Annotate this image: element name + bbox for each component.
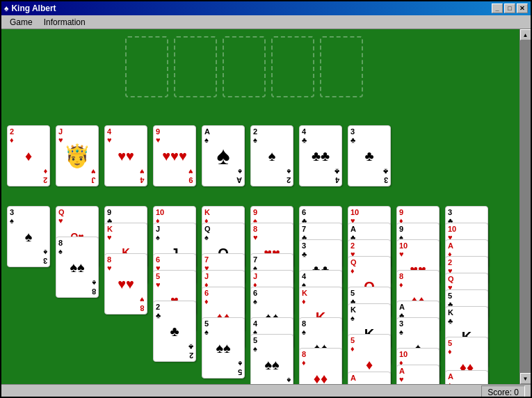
- card-5s-c6[interactable]: 5♠ ♠♠ 5♠: [250, 334, 293, 384]
- card-as[interactable]: A♠ ♠ A♠: [202, 125, 245, 186]
- scroll-up-button[interactable]: ▲: [520, 29, 531, 40]
- card-extra4[interactable]: A♥ ♥ A♥: [396, 365, 440, 384]
- foundation-4[interactable]: [271, 36, 314, 97]
- scrollbar[interactable]: ▲ ▼: [519, 29, 531, 384]
- close-button[interactable]: ✕: [517, 3, 528, 13]
- card-9h[interactable]: 9♥ ♥♥♥ 9♥: [153, 125, 196, 186]
- score-label: Score:: [487, 388, 512, 397]
- card-top-extra9[interactable]: A♦ ♦ A♦: [445, 370, 488, 384]
- card-4c-c7[interactable]: 4♣ ♣♣ 4♣: [299, 125, 342, 186]
- window-icon: ♠: [4, 3, 8, 13]
- minimize-button[interactable]: _: [492, 3, 503, 13]
- scroll-down-button[interactable]: ▼: [520, 373, 531, 384]
- card-8s[interactable]: 8♠ ♠♠ 8♠: [56, 237, 99, 298]
- menu-game[interactable]: Game: [4, 16, 38, 29]
- card-4h[interactable]: 4♥ ♥♥ 4♥: [104, 125, 147, 186]
- window-title: King Albert: [11, 3, 56, 13]
- title-bar: ♠ King Albert _ □ ✕: [1, 1, 531, 15]
- card-2d[interactable]: 2♦ ♦ 2♦: [7, 125, 50, 186]
- game-area: ▲ ▼ 2♦ ♦ 2♦ 3♠ ♠ 3♠ J♥ 🤴 J♥ Q♥ Q♥ Q♥ 8♠ …: [1, 29, 531, 384]
- card-5s-col5[interactable]: 5♠ ♠♠ 5♠: [202, 317, 245, 379]
- scroll-track: [520, 40, 531, 373]
- foundation-3[interactable]: [223, 36, 266, 97]
- foundation-1[interactable]: [125, 36, 168, 97]
- card-2c[interactable]: 2♣ ♣ 2♣: [153, 301, 196, 362]
- card-2s[interactable]: 2♠ ♠ 2♠: [250, 125, 293, 186]
- score-panel: Score: 0: [481, 385, 525, 399]
- score-value: 0: [514, 388, 519, 397]
- menu-bar: Game Information: [1, 15, 531, 29]
- card-3c[interactable]: 3♣ ♣ 3♣: [348, 125, 391, 186]
- foundation-5[interactable]: [320, 36, 363, 97]
- card-3s[interactable]: 3♠ ♠ 3♠: [7, 206, 50, 267]
- card-ad[interactable]: A♦ ♦ A♦: [348, 372, 391, 384]
- menu-information[interactable]: Information: [38, 16, 91, 29]
- card-8h[interactable]: 8♥ ♥♥ 8♥: [104, 253, 147, 315]
- status-bar: Score: 0: [1, 384, 531, 398]
- card-10h-c7[interactable]: 8♦ ♦♦ 8♦: [299, 348, 342, 384]
- foundation-2[interactable]: [174, 36, 217, 97]
- maximize-button[interactable]: □: [504, 3, 515, 13]
- card-jh[interactable]: J♥ 🤴 J♥: [56, 125, 99, 186]
